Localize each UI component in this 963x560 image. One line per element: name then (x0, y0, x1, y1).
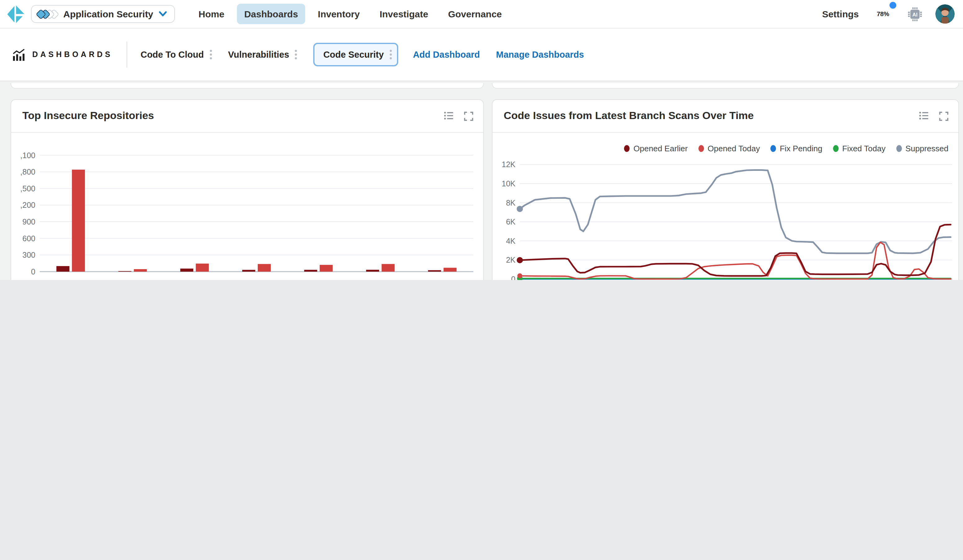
dashboards-toolbar: DASHBOARDS Code To Cloud Vulnerabilities… (0, 29, 963, 81)
bar-dark (428, 270, 441, 272)
user-avatar[interactable] (935, 4, 954, 24)
legend-dot (624, 145, 630, 152)
dashboard-tab-code-security[interactable]: Code Security (313, 43, 398, 66)
expand-icon[interactable] (464, 111, 473, 121)
legend-dot (770, 145, 776, 152)
notification-dot (889, 2, 896, 8)
legend-dot (699, 145, 704, 152)
dashboard-content: Top Insecure Repositories ,100,800,500,2… (0, 81, 963, 280)
app-modules-icon (37, 10, 58, 18)
line-chart-code-issues: 02K4K6K8K10K12KSeptember 28, 2023October… (493, 154, 958, 280)
bar-light (381, 264, 394, 272)
code-issues-plot: 02K4K6K8K10K12KSeptember 28, 2023October… (493, 154, 958, 280)
y-axis-tick: 2K (506, 256, 516, 264)
y-axis-tick: 300 (22, 251, 36, 259)
y-axis-tick: 0 (511, 275, 516, 280)
y-axis-tick: 4K (506, 236, 516, 245)
y-axis-tick: 10K (502, 179, 516, 188)
bar-light (134, 269, 147, 272)
nav-item-governance[interactable]: Governance (441, 4, 509, 24)
y-axis-tick: 900 (22, 217, 36, 226)
bar-dark (242, 270, 255, 272)
legend-item-fix-pending[interactable]: Fix Pending (770, 144, 822, 153)
svg-text:AI: AI (912, 11, 917, 17)
legend-item-opened-today[interactable]: Opened Today (699, 144, 760, 153)
chevron-down-icon (159, 11, 167, 17)
bar-dark (57, 266, 70, 272)
kebab-menu-icon[interactable] (295, 50, 297, 60)
bar-light (196, 264, 209, 272)
nav-item-dashboards[interactable]: Dashboards (237, 4, 305, 24)
y-axis-tick: 6K (506, 217, 516, 226)
scrolled-card-edge (11, 83, 484, 89)
legend-item-opened-earlier[interactable]: Opened Earlier (624, 144, 688, 153)
legend-label: Fix Pending (780, 144, 822, 153)
progress-ring-button[interactable]: 78% (872, 3, 894, 25)
legend-item-suppressed[interactable]: Suppressed (896, 144, 948, 153)
dashboards-section-label: DASHBOARDS (32, 50, 113, 59)
list-view-icon[interactable] (444, 111, 454, 121)
dashboard-tab-vulnerabilities[interactable]: Vulnerabilities (228, 50, 297, 60)
nav-item-investigate[interactable]: Investigate (372, 4, 436, 24)
manage-dashboards-link[interactable]: Manage Dashboards (496, 50, 584, 60)
y-axis-tick: ,200 (20, 201, 36, 209)
bar-dark (118, 271, 131, 272)
brand-logo-icon (6, 4, 25, 24)
y-axis-tick: 12K (502, 160, 516, 169)
toolbar-divider (126, 42, 127, 68)
expand-icon[interactable] (939, 111, 948, 121)
list-view-icon[interactable] (919, 111, 929, 121)
bar-light (72, 170, 85, 272)
top-insecure-repos-plot: ,100,800,500,2009006003000dlpqa/pcs-data… (11, 133, 483, 280)
kebab-menu-icon[interactable] (389, 50, 392, 60)
nav-item-inventory[interactable]: Inventory (310, 4, 367, 24)
bar-light (258, 264, 271, 272)
app-switcher-dropdown[interactable]: Application Security (31, 5, 175, 23)
y-axis-tick: ,100 (20, 151, 36, 160)
bar-light (444, 268, 457, 272)
series-start-dot (517, 257, 523, 263)
card-top-insecure-repositories: Top Insecure Repositories ,100,800,500,2… (11, 99, 484, 280)
y-axis-tick: 8K (506, 199, 516, 207)
legend-label: Fixed Today (842, 144, 886, 153)
top-navigation: Application Security Home Dashboards Inv… (0, 0, 963, 29)
series-opened-today (520, 242, 951, 279)
bar-chart-top-insecure-repositories: ,100,800,500,2009006003000dlpqa/pcs-data… (11, 133, 483, 280)
bar-chart-icon (12, 48, 26, 61)
scrolled-card-edge (492, 83, 959, 89)
card-title: Code Issues from Latest Branch Scans Ove… (504, 110, 754, 122)
settings-button[interactable]: Settings (822, 9, 859, 19)
add-dashboard-link[interactable]: Add Dashboard (413, 50, 480, 60)
y-axis-tick: 600 (22, 234, 36, 243)
y-axis-tick: ,500 (20, 184, 36, 193)
primary-nav: Home Dashboards Inventory Investigate Go… (191, 4, 509, 24)
tab-label: Code Security (323, 50, 384, 60)
card-title: Top Insecure Repositories (22, 110, 154, 122)
app-switcher-label: Application Security (63, 9, 153, 19)
legend-dot (833, 145, 839, 152)
bar-dark (180, 269, 193, 272)
bar-dark (366, 270, 379, 272)
tab-label: Vulnerabilities (228, 50, 289, 60)
ai-chip-icon[interactable]: AI (907, 6, 922, 21)
legend-label: Suppressed (905, 144, 948, 153)
dashboards-section: DASHBOARDS (12, 48, 113, 61)
nav-item-home[interactable]: Home (191, 4, 232, 24)
legend-label: Opened Today (708, 144, 760, 153)
dashboard-tab-code-to-cloud[interactable]: Code To Cloud (141, 50, 212, 60)
bar-light (320, 265, 333, 272)
bar-dark (304, 270, 317, 272)
kebab-menu-icon[interactable] (209, 50, 212, 60)
legend-item-fixed-today[interactable]: Fixed Today (833, 144, 886, 153)
card-code-issues-over-time: Code Issues from Latest Branch Scans Ove… (492, 99, 959, 280)
series-start-dot (517, 206, 523, 212)
series-start-dot (517, 274, 522, 278)
nav-right-cluster: Settings 78% AI (822, 3, 954, 25)
series-opened-earlier (520, 225, 951, 276)
legend-label: Opened Earlier (634, 144, 688, 153)
y-axis-tick: 0 (31, 267, 36, 276)
tab-label: Code To Cloud (141, 50, 204, 60)
y-axis-tick: ,800 (20, 167, 36, 176)
legend-dot (896, 145, 901, 152)
chart-legend: Opened EarlierOpened TodayFix PendingFix… (493, 142, 948, 154)
